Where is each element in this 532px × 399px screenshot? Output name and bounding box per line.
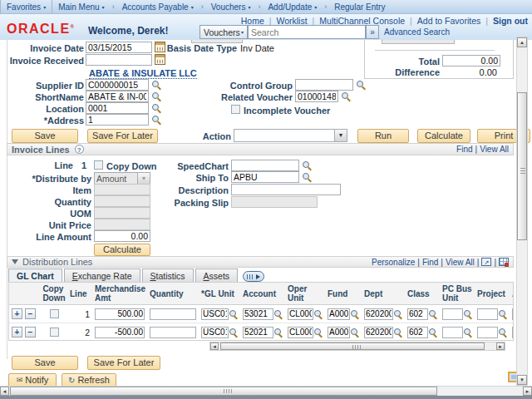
distribution-view-all-link[interactable]: View All: [446, 258, 475, 267]
breadcrumb-regular-entry[interactable]: Regular Entry: [328, 0, 391, 14]
activity-input[interactable]: [512, 327, 514, 338]
location-input[interactable]: [86, 102, 149, 114]
fund-lookup-icon[interactable]: [350, 309, 359, 319]
breadcrumb-add-update[interactable]: Add/Update ▾: [262, 0, 323, 14]
tab-assets[interactable]: Assets: [195, 268, 239, 282]
scroll-right-icon[interactable]: ►: [496, 342, 505, 350]
account-input[interactable]: [243, 327, 273, 338]
scroll-up-icon[interactable]: ▲: [517, 37, 527, 47]
search-go-button[interactable]: »: [366, 25, 379, 39]
download-grid-icon[interactable]: [499, 258, 509, 266]
add-row-button[interactable]: +: [12, 327, 22, 337]
zoom-grid-icon[interactable]: ↗: [481, 258, 491, 266]
scrollbar-thumb[interactable]: [220, 342, 485, 350]
sign-out-link[interactable]: Sign out: [493, 16, 528, 26]
project-input[interactable]: [477, 327, 498, 338]
class-input[interactable]: [407, 327, 428, 338]
oper-unit-lookup-icon[interactable]: [313, 328, 323, 337]
ship-to-input[interactable]: [231, 171, 299, 183]
tab-statistics[interactable]: Statistics: [142, 268, 194, 282]
pc-bus-unit-lookup-icon[interactable]: [463, 309, 472, 319]
pc-bus-unit-lookup-icon[interactable]: [463, 328, 472, 337]
related-voucher-lookup-icon[interactable]: [341, 91, 351, 101]
related-voucher-input[interactable]: [295, 91, 338, 102]
action-select[interactable]: ▼: [234, 129, 347, 142]
oper-unit-input[interactable]: [288, 327, 313, 338]
remove-row-button[interactable]: −: [25, 308, 36, 319]
gl-unit-input[interactable]: [201, 308, 229, 320]
location-lookup-icon[interactable]: [151, 103, 161, 113]
dept-input[interactable]: [364, 327, 393, 338]
address-lookup-icon[interactable]: [151, 115, 161, 125]
calculate-button[interactable]: Calculate: [417, 129, 470, 143]
quantity-input[interactable]: [150, 308, 196, 320]
speedchart-lookup-icon[interactable]: [302, 160, 312, 170]
supplier-name-link[interactable]: ABATE & INSULATE LLC: [89, 68, 197, 79]
run-button[interactable]: Run: [357, 129, 409, 143]
fund-lookup-icon[interactable]: [350, 328, 359, 337]
chevron-down-icon[interactable]: ▼: [334, 130, 347, 141]
project-lookup-icon[interactable]: [498, 309, 507, 319]
quantity-input[interactable]: [150, 327, 196, 338]
collapse-section-icon[interactable]: [12, 259, 18, 264]
speedchart-input[interactable]: [231, 160, 299, 171]
scroll-left-icon[interactable]: ◄: [210, 342, 219, 350]
class-lookup-icon[interactable]: [428, 328, 437, 337]
add-to-favorites-link[interactable]: Add to Favorites: [417, 16, 480, 26]
control-group-lookup-icon[interactable]: [356, 80, 366, 90]
dept-lookup-icon[interactable]: [393, 309, 402, 319]
project-input[interactable]: [477, 308, 498, 320]
oper-unit-lookup-icon[interactable]: [313, 309, 323, 319]
account-lookup-icon[interactable]: [273, 309, 283, 319]
dept-lookup-icon[interactable]: [393, 328, 402, 337]
vertical-scrollbar[interactable]: ▲ ▼: [516, 37, 528, 386]
pc-bus-unit-input[interactable]: [442, 327, 463, 338]
breadcrumb-main-menu[interactable]: Main Menu ▾: [52, 0, 110, 14]
advanced-search-link[interactable]: Advanced Search: [384, 27, 450, 37]
gl-unit-lookup-icon[interactable]: [229, 309, 238, 319]
invoice-date-input[interactable]: [86, 42, 152, 53]
row-copy-down-checkbox[interactable]: [50, 309, 59, 318]
total-input[interactable]: [442, 55, 500, 66]
invoice-lines-find-link[interactable]: Find: [456, 145, 472, 154]
line-calculate-button[interactable]: Calculate: [94, 244, 150, 256]
ship-to-lookup-icon[interactable]: [302, 172, 312, 182]
copy-down-checkbox[interactable]: [94, 160, 103, 170]
shortname-input[interactable]: [86, 91, 149, 102]
scroll-right-icon[interactable]: ►: [523, 387, 532, 396]
tab-gl-chart[interactable]: GL Chart: [8, 268, 62, 282]
personalize-link[interactable]: Personalize: [372, 258, 415, 267]
save-button[interactable]: Save: [12, 129, 78, 143]
calendar-icon[interactable]: [155, 54, 165, 65]
breadcrumb-accounts-payable[interactable]: Accounts Payable ▾: [116, 0, 200, 14]
merchandise-amt-input[interactable]: [95, 308, 145, 320]
remove-row-button[interactable]: −: [25, 327, 36, 337]
account-lookup-icon[interactable]: [273, 328, 283, 337]
incomplete-voucher-checkbox[interactable]: [231, 105, 240, 114]
window-horizontal-scrollbar[interactable]: ◄ ►: [0, 386, 532, 396]
distribution-find-link[interactable]: Find: [422, 258, 438, 267]
gl-unit-input[interactable]: [201, 327, 229, 338]
row-copy-down-checkbox[interactable]: [50, 328, 59, 337]
add-row-button[interactable]: +: [12, 308, 22, 319]
project-lookup-icon[interactable]: [498, 328, 507, 337]
class-lookup-icon[interactable]: [428, 309, 437, 319]
dept-input[interactable]: [364, 308, 393, 320]
search-input[interactable]: [248, 25, 366, 39]
oper-unit-input[interactable]: [288, 308, 313, 320]
grid-horizontal-scrollbar[interactable]: ◄ ►: [209, 342, 505, 351]
gl-unit-lookup-icon[interactable]: [229, 328, 238, 337]
tab-exchange-rate[interactable]: Exchange Rate: [64, 268, 140, 282]
supplier-id-input[interactable]: [86, 79, 149, 91]
fund-input[interactable]: [328, 327, 350, 338]
description-input[interactable]: [231, 184, 341, 195]
invoice-received-input[interactable]: [86, 54, 152, 66]
search-scope-dropdown[interactable]: Vouchers ▾: [200, 25, 248, 39]
breadcrumb-favorites[interactable]: Favorites ▾: [0, 0, 52, 14]
supplier-id-lookup-icon[interactable]: [151, 80, 161, 90]
activity-input[interactable]: [512, 308, 514, 320]
class-input[interactable]: [407, 308, 428, 320]
breadcrumb-vouchers[interactable]: Vouchers ▾: [205, 0, 257, 14]
address-input[interactable]: [86, 114, 149, 126]
scroll-down-icon[interactable]: ▼: [517, 375, 527, 385]
